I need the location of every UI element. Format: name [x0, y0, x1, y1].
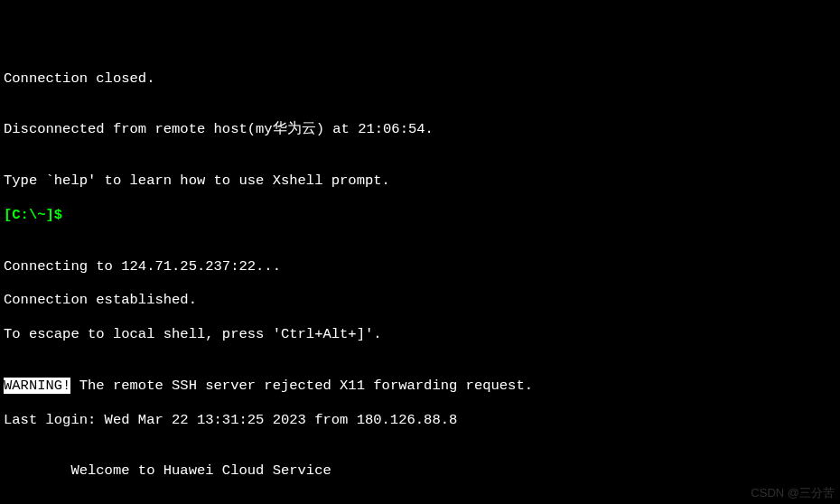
term-line: Connection established. [4, 292, 836, 309]
term-line: Type `help' to learn how to use Xshell p… [4, 173, 836, 190]
term-line: To escape to local shell, press 'Ctrl+Al… [4, 326, 836, 343]
term-line: Connection closed. [4, 70, 836, 88]
term-line: Disconnected from remote host(my华为云) at … [4, 121, 836, 138]
local-prompt-line: [C:\~]$ [4, 207, 836, 224]
watermark: CSDN @三分苦 [751, 486, 835, 500]
local-prompt[interactable]: [C:\~]$ [4, 207, 62, 223]
warning-text: The remote SSH server rejected X11 forwa… [70, 378, 533, 394]
last-login: Last login: Wed Mar 22 13:31:25 2023 fro… [4, 412, 836, 429]
term-line: Connecting to 124.71.25.237:22... [4, 258, 836, 275]
warning-line: WARNING! The remote SSH server rejected … [4, 378, 836, 395]
warning-label: WARNING! [4, 378, 70, 394]
welcome-banner: Welcome to Huawei Cloud Service [4, 462, 836, 480]
